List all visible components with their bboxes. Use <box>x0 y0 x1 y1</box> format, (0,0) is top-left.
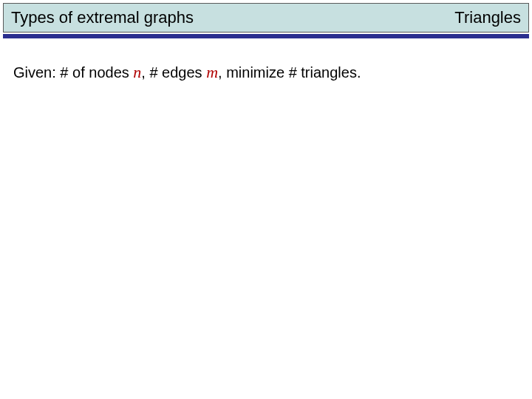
header-title-right: Triangles <box>454 8 521 27</box>
slide: Types of extremal graphs Triangles Given… <box>0 0 532 399</box>
body-text-part1: Given: # of nodes <box>13 64 133 81</box>
variable-n: n <box>133 63 141 81</box>
variable-m: m <box>206 63 218 81</box>
slide-header: Types of extremal graphs Triangles <box>3 3 529 33</box>
header-title-left: Types of extremal graphs <box>11 8 194 27</box>
header-underline <box>3 34 529 38</box>
body-text-part2: , # edges <box>141 64 206 81</box>
slide-body: Given: # of nodes n, # edges m, minimize… <box>13 62 519 83</box>
body-text-part3: , minimize # triangles. <box>218 64 361 81</box>
